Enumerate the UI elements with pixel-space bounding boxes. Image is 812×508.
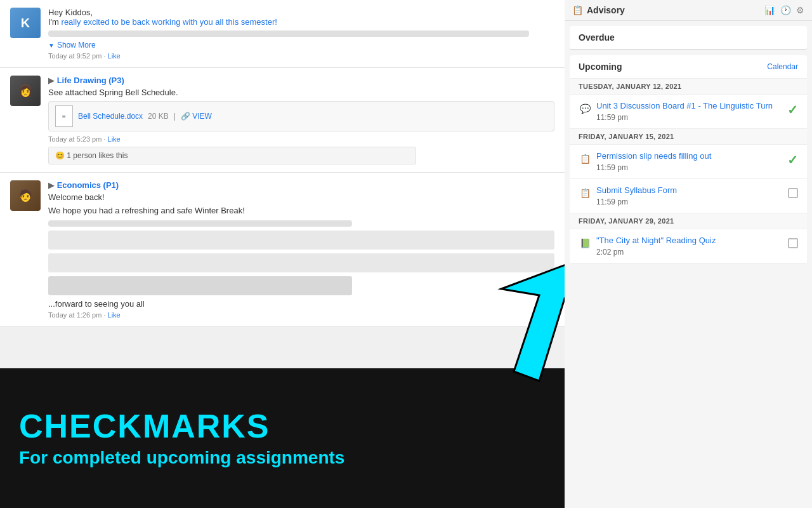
blurred-1 — [48, 220, 352, 227]
chart-icon[interactable]: 📊 — [764, 5, 775, 15]
post-time-2: Today at 5:23 pm — [48, 135, 102, 143]
date-header-1: TUESDAY, JANUARY 12, 2021 — [570, 79, 807, 95]
feed-text-3b: We hope you had a refreshing and safe Wi… — [48, 206, 554, 215]
chevron-down-icon: ▼ — [48, 42, 55, 49]
like-button-3[interactable]: Like — [108, 311, 121, 319]
assignment-time-2: 11:59 pm — [596, 163, 782, 172]
assignment-time-3: 11:59 pm — [596, 197, 783, 206]
assignment-details-1: Unit 3 Discussion Board #1 - The Linguis… — [596, 101, 782, 122]
view-attachment-button[interactable]: 🔗 VIEW — [181, 112, 212, 121]
checkmark-2: ✓ — [787, 152, 798, 168]
feed-meta-2: Today at 5:23 pm · Like — [48, 135, 554, 143]
assignment-time-4: 2:02 pm — [596, 248, 783, 257]
upcoming-header: Upcoming Calendar — [570, 55, 807, 79]
feed-content-2: ▶ Life Drawing (P3) See attached Spring … — [48, 76, 554, 164]
course-name-2[interactable]: Life Drawing (P3) — [57, 76, 124, 85]
attachment-size: 20 KB — [148, 112, 169, 121]
assignment-item-3: 📋 Submit Syllabus Form 11:59 pm — [570, 179, 807, 213]
course-name-3[interactable]: Economics (P1) — [57, 180, 119, 190]
document-icon — [55, 105, 73, 127]
attachment-box: Bell Schedule.docx 20 KB | 🔗 VIEW — [48, 101, 554, 131]
header-icons: 📊 🕐 ⚙ — [764, 5, 804, 15]
right-panel: 📋 Advisory 📊 🕐 ⚙ Overdue Upcoming Calend… — [565, 0, 812, 508]
advisory-title: 📋 Advisory — [572, 5, 625, 15]
avatar-1: K — [10, 8, 41, 38]
show-more-button[interactable]: ▼ Show More — [48, 41, 554, 50]
upcoming-title: Upcoming — [579, 62, 622, 72]
avatar-2: 👩 — [10, 76, 41, 106]
date-header-2: FRIDAY, JANUARY 15, 2021 — [570, 129, 807, 145]
date-header-3: FRIDAY, JANUARY 29, 2021 — [570, 213, 807, 229]
feed-line2-highlight: really excited to be back working with y… — [62, 17, 277, 27]
course-arrow-icon: ▶ — [48, 76, 55, 85]
assignment-details-3: Submit Syllabus Form 11:59 pm — [596, 185, 783, 206]
course-arrow-icon-3: ▶ — [48, 180, 55, 190]
feed-end-text: ...forward to seeing you all — [48, 299, 554, 309]
feed-line1: Hey Kiddos, — [48, 8, 93, 17]
feed-content-1: Hey Kiddos, I'm really excited to be bac… — [48, 8, 554, 60]
blurred-block-3 — [48, 276, 352, 295]
upcoming-section: Upcoming Calendar TUESDAY, JANUARY 12, 2… — [570, 55, 807, 264]
likes-bar: 😊 1 person likes this — [48, 147, 416, 164]
left-panel: K Hey Kiddos, I'm really excited to be b… — [0, 0, 565, 508]
feed-line2-normal: I'm — [48, 17, 62, 27]
feed-content-3: ▶ Economics (P1) Welcome back! We hope y… — [48, 180, 554, 319]
like-button-2[interactable]: Like — [108, 135, 121, 143]
advisory-icon: 📋 — [572, 5, 583, 15]
assignment-details-2: Permission slip needs filling out 11:59 … — [596, 151, 782, 172]
assignment-name-1[interactable]: Unit 3 Discussion Board #1 - The Linguis… — [596, 101, 782, 112]
post-time-3: Today at 1:26 pm — [48, 311, 102, 319]
feed-course-3: ▶ Economics (P1) — [48, 180, 554, 190]
feed-item-3: 🧑 ▶ Economics (P1) Welcome back! We hope… — [0, 173, 565, 327]
gear-icon[interactable]: ⚙ — [796, 5, 804, 15]
blurred-block-2 — [48, 253, 554, 272]
assignment-item-1: 💬 Unit 3 Discussion Board #1 - The Lingu… — [570, 95, 807, 129]
show-more-label[interactable]: Show More — [57, 41, 96, 50]
form-icon-2: 📋 — [579, 187, 591, 199]
like-button-1[interactable]: Like — [108, 52, 121, 60]
clock-icon[interactable]: 🕐 — [780, 5, 791, 15]
assignment-name-2[interactable]: Permission slip needs filling out — [596, 151, 782, 162]
quiz-icon: 📗 — [579, 237, 591, 250]
feed-item-2: 👩 ▶ Life Drawing (P3) See attached Sprin… — [0, 68, 565, 173]
assignment-name-3[interactable]: Submit Syllabus Form — [596, 185, 783, 196]
feed-meta-3: Today at 1:26 pm · Like — [48, 311, 554, 319]
assignment-details-4: "The City at Night" Reading Quiz 2:02 pm — [596, 236, 783, 257]
feed-course-2: ▶ Life Drawing (P3) — [48, 76, 554, 85]
post-time-1: Today at 9:52 pm — [48, 52, 102, 60]
assignment-name-4[interactable]: "The City at Night" Reading Quiz — [596, 236, 783, 246]
assignment-time-1: 11:59 pm — [596, 113, 782, 122]
avatar-3: 🧑 — [10, 180, 41, 211]
attachment-name[interactable]: Bell Schedule.docx — [78, 112, 143, 121]
assignment-item-2: 📋 Permission slip needs filling out 11:5… — [570, 145, 807, 179]
overdue-section: Overdue — [570, 26, 807, 50]
form-icon-1: 📋 — [579, 152, 591, 165]
feed-scroll: K Hey Kiddos, I'm really excited to be b… — [0, 0, 565, 508]
advisory-header: 📋 Advisory 📊 🕐 ⚙ — [565, 0, 812, 21]
feed-item-1: K Hey Kiddos, I'm really excited to be b… — [0, 0, 565, 68]
assignment-item-4: 📗 "The City at Night" Reading Quiz 2:02 … — [570, 229, 807, 264]
advisory-label: Advisory — [587, 5, 625, 15]
checkbox-2[interactable] — [788, 238, 798, 248]
feed-text-1: Hey Kiddos, I'm really excited to be bac… — [48, 8, 554, 27]
overdue-label: Overdue — [579, 32, 615, 43]
checkmark-1: ✓ — [787, 102, 798, 117]
feed-meta-1: Today at 9:52 pm · Like — [48, 52, 554, 60]
blurred-block-1 — [48, 231, 554, 250]
calendar-link[interactable]: Calendar — [767, 62, 798, 71]
feed-text-2: See attached Spring Bell Schedule. — [48, 88, 554, 97]
discussion-icon: 💬 — [579, 102, 591, 115]
checkbox-1[interactable] — [788, 188, 798, 198]
blurred-content — [48, 30, 529, 37]
feed-text-3a: Welcome back! — [48, 192, 554, 202]
